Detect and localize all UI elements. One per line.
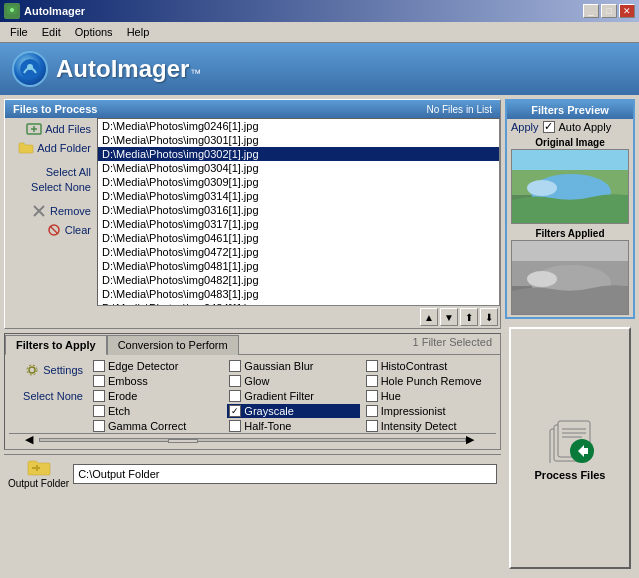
filter-item[interactable]: Gaussian Blur: [227, 359, 359, 373]
window-title: AutoImager: [24, 5, 85, 17]
process-files-button[interactable]: Process Files: [509, 327, 631, 569]
filters-section: Filters to Apply Conversion to Perform 1…: [4, 333, 501, 450]
window-controls: _ □ ✕: [583, 4, 635, 18]
filters-grid: Edge DetectorGaussian BlurHistoContrastE…: [91, 359, 496, 433]
filter-item[interactable]: Glow: [227, 374, 359, 388]
app-header: AutoImager ™: [0, 43, 639, 95]
preview-panel-header: Filters Preview: [507, 101, 633, 119]
file-item[interactable]: D:\Media\Photos\img0461[1].jpg: [98, 231, 499, 245]
svg-rect-26: [512, 241, 629, 261]
svg-point-11: [29, 367, 35, 373]
file-item[interactable]: D:\Media\Photos\img0483[1].jpg: [98, 287, 499, 301]
files-panel-header: Files to Process No Files in List: [5, 100, 500, 118]
files-list-container: D:\Media\Photos\img0246[1].jpgD:\Media\P…: [97, 118, 500, 328]
preview-apply-row: Apply Auto Apply: [507, 119, 633, 135]
svg-point-3: [27, 64, 33, 70]
svg-rect-20: [512, 150, 629, 170]
title-bar: AutoImager _ □ ✕: [0, 0, 639, 22]
file-item[interactable]: D:\Media\Photos\img0316[1].jpg: [98, 203, 499, 217]
output-folder-label: Output Folder: [8, 478, 69, 489]
filter-item[interactable]: Edge Detector: [91, 359, 223, 373]
original-image-label: Original Image: [511, 137, 629, 148]
move-down-button[interactable]: ▼: [440, 308, 458, 326]
add-folder-icon: [18, 140, 34, 156]
filter-item[interactable]: Hue: [364, 389, 496, 403]
scrollbar-thumb[interactable]: [168, 439, 198, 443]
filter-item[interactable]: Half-Tone: [227, 419, 359, 433]
clear-icon: [46, 222, 62, 238]
original-image-preview: [511, 149, 629, 224]
select-none-filters-button[interactable]: Select None: [21, 389, 85, 403]
filter-item[interactable]: Hole Punch Remove: [364, 374, 496, 388]
svg-line-10: [50, 226, 58, 234]
filter-item[interactable]: Impressionist: [364, 404, 496, 418]
right-panel: Filters Preview Apply Auto Apply Origina…: [505, 99, 635, 573]
scroll-right-button[interactable]: ▶: [466, 434, 480, 446]
add-folder-button[interactable]: Add Folder: [16, 139, 93, 157]
auto-apply-label: Auto Apply: [559, 121, 612, 133]
maximize-button[interactable]: □: [601, 4, 617, 18]
tab-conversion-to-perform[interactable]: Conversion to Perform: [107, 335, 239, 355]
app-logo: [12, 51, 48, 87]
applied-image-section: Filters Applied: [507, 226, 633, 317]
select-none-files-button[interactable]: Select None: [29, 180, 93, 194]
filter-item[interactable]: HistoContrast: [364, 359, 496, 373]
file-item[interactable]: D:\Media\Photos\img0317[1].jpg: [98, 217, 499, 231]
remove-icon: [31, 203, 47, 219]
file-item[interactable]: D:\Media\Photos\img0481[1].jpg: [98, 259, 499, 273]
file-item[interactable]: D:\Media\Photos\img0302[1].jpg: [98, 147, 499, 161]
file-item[interactable]: D:\Media\Photos\img0472[1].jpg: [98, 245, 499, 259]
menu-bar: File Edit Options Help: [0, 22, 639, 43]
svg-point-1: [10, 8, 14, 12]
auto-apply-checkbox[interactable]: [543, 121, 555, 133]
move-top-button[interactable]: ⬆: [460, 308, 478, 326]
output-bar: Output Folder: [4, 454, 501, 493]
list-nav: ▲ ▼ ⬆ ⬇: [97, 306, 500, 328]
files-list[interactable]: D:\Media\Photos\img0246[1].jpgD:\Media\P…: [97, 118, 500, 306]
file-item[interactable]: D:\Media\Photos\img0301[1].jpg: [98, 133, 499, 147]
filters-tabs: Filters to Apply Conversion to Perform 1…: [5, 334, 500, 354]
filter-item[interactable]: ✓Grayscale: [227, 404, 359, 418]
settings-icon: [24, 362, 40, 378]
file-item[interactable]: D:\Media\Photos\img0246[1].jpg: [98, 119, 499, 133]
move-up-button[interactable]: ▲: [420, 308, 438, 326]
add-files-icon: [26, 121, 42, 137]
menu-edit[interactable]: Edit: [36, 24, 67, 40]
applied-image-preview: [511, 240, 629, 315]
clear-button[interactable]: Clear: [44, 221, 93, 239]
output-folder-button[interactable]: Output Folder: [8, 459, 69, 489]
filter-count: 1 Filter Selected: [405, 334, 500, 354]
close-button[interactable]: ✕: [619, 4, 635, 18]
filter-item[interactable]: Gamma Correct: [91, 419, 223, 433]
file-item[interactable]: D:\Media\Photos\img0304[1].jpg: [98, 161, 499, 175]
filters-body: Settings Select None Edge DetectorGaussi…: [9, 359, 496, 433]
add-files-button[interactable]: Add Files: [24, 120, 93, 138]
app-icon: [4, 3, 20, 19]
output-path-input[interactable]: [73, 464, 497, 484]
applied-image-label: Filters Applied: [511, 228, 629, 239]
tab-filters-to-apply[interactable]: Filters to Apply: [5, 335, 107, 355]
svg-rect-14: [36, 465, 38, 471]
apply-link[interactable]: Apply: [511, 121, 539, 133]
menu-help[interactable]: Help: [121, 24, 156, 40]
select-all-button[interactable]: Select All: [44, 165, 93, 179]
minimize-button[interactable]: _: [583, 4, 599, 18]
filter-item[interactable]: Gradient Filter: [227, 389, 359, 403]
filter-settings-button[interactable]: Settings: [22, 361, 85, 379]
move-bottom-button[interactable]: ⬇: [480, 308, 498, 326]
scroll-left-button[interactable]: ◀: [25, 434, 39, 446]
filters-left-bar: Settings Select None: [9, 359, 89, 433]
filter-item[interactable]: Etch: [91, 404, 223, 418]
file-item[interactable]: D:\Media\Photos\img0309[1].jpg: [98, 175, 499, 189]
scrollbar-track[interactable]: [39, 438, 466, 442]
file-item[interactable]: D:\Media\Photos\img0314[1].jpg: [98, 189, 499, 203]
filter-item[interactable]: Erode: [91, 389, 223, 403]
menu-file[interactable]: File: [4, 24, 34, 40]
remove-button[interactable]: Remove: [29, 202, 93, 220]
file-item[interactable]: D:\Media\Photos\img0482[1].jpg: [98, 273, 499, 287]
filter-item[interactable]: Intensity Detect: [364, 419, 496, 433]
svg-point-24: [527, 271, 557, 287]
filters-scrollbar[interactable]: ◀ ▶: [9, 433, 496, 445]
filter-item[interactable]: Emboss: [91, 374, 223, 388]
menu-options[interactable]: Options: [69, 24, 119, 40]
